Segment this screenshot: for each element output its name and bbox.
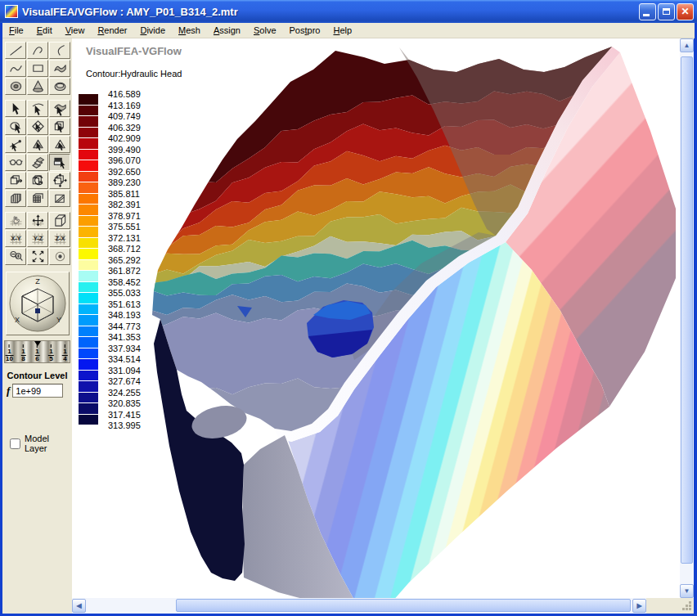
model-layer-checkbox[interactable] <box>10 438 20 449</box>
toolbar-select-node-icon[interactable] <box>5 136 26 153</box>
app-window: VisualFEA/VGFlow : AMY_P01_B314_2.mtr ✕ … <box>0 0 697 616</box>
toolbar-draw-rectangle-icon[interactable] <box>27 60 48 77</box>
orientation-trackball[interactable]: Z X Y <box>6 272 70 335</box>
legend-swatch <box>79 227 98 237</box>
contour-legend: 416.589413.169409.749406.329402.909399.4… <box>79 94 170 438</box>
horizontal-scrollbar[interactable]: ◀ ▶ <box>72 598 646 614</box>
legend-value: 320.835 <box>108 398 141 408</box>
scroll-left-icon[interactable]: ◀ <box>72 599 86 613</box>
menu-divide[interactable]: Divide <box>133 23 172 38</box>
legend-swatch <box>79 138 98 149</box>
toolbar-view-glasses-icon[interactable] <box>5 154 26 171</box>
legend-swatch <box>79 282 98 293</box>
toolbar-rotate-cube-y-icon[interactable] <box>27 172 48 189</box>
legend-value: 385.811 <box>108 189 140 199</box>
legend-swatch <box>79 371 98 381</box>
toolbar-rotate-cube-free-icon[interactable] <box>49 172 70 189</box>
legend-swatch <box>79 205 98 215</box>
toolbar-draw-cone-icon[interactable] <box>27 78 48 95</box>
toolbar-view-contour-icon[interactable] <box>49 154 70 171</box>
legend-swatch <box>79 106 98 116</box>
menu-postpro[interactable]: Postpro <box>283 23 327 38</box>
toolbar-select-solid-icon[interactable] <box>49 118 70 135</box>
toolbar-draw-surface-icon[interactable] <box>49 60 70 77</box>
menu-mesh[interactable]: Mesh <box>172 23 207 38</box>
legend-swatch <box>79 393 98 403</box>
toolbar-draw-spline-icon[interactable] <box>5 60 26 77</box>
toolbar-rotate-cube-x-icon[interactable] <box>5 172 26 189</box>
contour-title: Contour:Hydraulic Head <box>86 69 182 79</box>
contour-interval-slider[interactable]: 11018161514 <box>4 340 70 363</box>
toolbar-draw-line-icon[interactable] <box>5 42 26 59</box>
legend-swatch <box>79 160 98 171</box>
toolbar-select-element-icon[interactable] <box>49 136 70 153</box>
toolbar-draw-arc-icon[interactable] <box>27 42 48 59</box>
menu-render[interactable]: Render <box>91 23 133 38</box>
legend-value: 392.650 <box>108 167 141 177</box>
toolbar-mesh-prism-icon[interactable] <box>5 190 26 207</box>
toolbar-zoom-in-out-icon[interactable] <box>5 248 26 265</box>
close-button[interactable]: ✕ <box>677 3 694 20</box>
legend-value: 337.934 <box>108 344 141 353</box>
menu-view[interactable]: View <box>59 23 92 38</box>
svg-text:Y: Y <box>56 316 61 324</box>
toolbar-center-point-icon[interactable] <box>49 248 70 265</box>
legend-value: 402.909 <box>108 133 141 143</box>
toolbar-mesh-clip-icon[interactable] <box>49 190 70 207</box>
menu-help[interactable]: Help <box>326 23 358 38</box>
legend-swatch <box>79 403 98 414</box>
scroll-up-icon[interactable]: ▲ <box>680 38 694 52</box>
legend-value: 413.169 <box>108 101 141 110</box>
contour-level-input[interactable] <box>12 384 63 398</box>
toolbar-draw-curve-icon[interactable] <box>49 42 70 59</box>
vertical-scroll-thumb[interactable] <box>681 56 693 564</box>
toolbar-select-lasso-icon[interactable] <box>5 118 26 135</box>
toolbar-select-curve-icon[interactable] <box>27 100 48 117</box>
toolbar-pan-hand-icon[interactable] <box>5 212 26 229</box>
menu-edit[interactable]: Edit <box>30 23 59 38</box>
vertical-scrollbar[interactable]: ▲ ▼ <box>680 38 694 598</box>
legend-swatch <box>79 94 98 105</box>
toolbar-wire-box-icon[interactable] <box>49 212 70 229</box>
legend-swatch <box>79 260 98 271</box>
svg-text:Z-X: Z-X <box>55 236 65 242</box>
toolbar-plane-yz-icon[interactable]: Y-Z <box>27 230 48 247</box>
scroll-down-icon[interactable]: ▼ <box>680 584 694 598</box>
legend-value: 365.292 <box>108 255 141 265</box>
toolbar-view-layers-icon[interactable] <box>27 154 48 171</box>
scroll-right-icon[interactable]: ▶ <box>632 599 646 613</box>
legend-value: 348.193 <box>108 310 141 320</box>
menu-assign[interactable]: Assign <box>207 23 247 38</box>
legend-value: 334.514 <box>108 354 141 364</box>
toolbar-select-mesh-icon[interactable] <box>27 118 48 135</box>
legend-swatch <box>79 359 98 370</box>
maximize-button[interactable] <box>658 3 675 20</box>
toolbar-move-all-icon[interactable] <box>27 212 48 229</box>
toolbar-select-cursor-icon[interactable] <box>5 100 26 117</box>
title-bar[interactable]: VisualFEA/VGFlow : AMY_P01_B314_2.mtr ✕ <box>0 0 697 23</box>
menu-bar: FileEditViewRenderDivideMeshAssignSolveP… <box>2 23 695 38</box>
horizontal-scroll-thumb[interactable] <box>176 599 631 612</box>
toolbar-fit-view-icon[interactable] <box>27 248 48 265</box>
toolbar-select-face-icon[interactable] <box>27 136 48 153</box>
legend-swatch <box>79 381 98 392</box>
menu-solve[interactable]: Solve <box>247 23 283 38</box>
toolbar-draw-disc-icon[interactable] <box>49 78 70 95</box>
viewport-watermark: VisualFEA-VGFlow <box>86 45 182 57</box>
resize-grip[interactable] <box>646 598 694 614</box>
viewport-3d[interactable]: VisualFEA-VGFlow Contour:Hydraulic Head … <box>72 38 680 598</box>
legend-swatch <box>79 415 98 425</box>
legend-value: 372.131 <box>108 233 141 243</box>
contour-level-label: Contour Level <box>2 371 72 380</box>
legend-value: 375.551 <box>108 222 141 232</box>
toolbar-plane-zx-icon[interactable]: Z-X <box>49 230 70 247</box>
legend-swatch <box>79 304 98 315</box>
toolbar-mesh-box-icon[interactable] <box>27 190 48 207</box>
toolbar-draw-torus-icon[interactable] <box>5 78 26 95</box>
toolbar-select-surface-icon[interactable] <box>49 100 70 117</box>
menu-file[interactable]: File <box>2 23 30 38</box>
legend-value: 341.353 <box>108 332 141 342</box>
minimize-button[interactable] <box>639 3 656 20</box>
svg-text:X-Y: X-Y <box>11 236 20 242</box>
toolbar-plane-xy-icon[interactable]: X-Y <box>5 230 26 247</box>
